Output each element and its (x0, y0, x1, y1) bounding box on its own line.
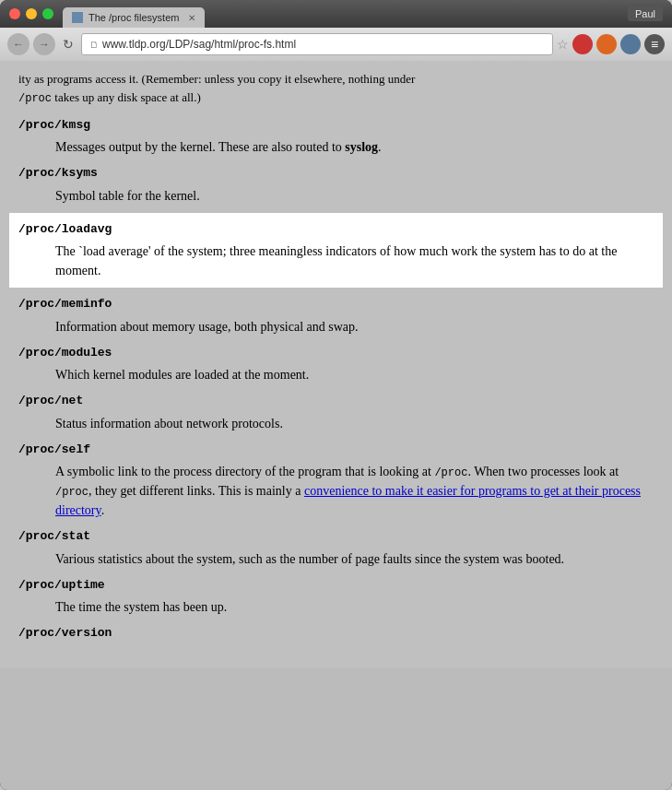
proc-desc-ksyms: Symbol table for the kernel. (55, 186, 654, 206)
title-bar: The /proc filesystem ✕ Paul (0, 0, 672, 28)
proc-desc-meminfo: Information about memory usage, both phy… (55, 317, 654, 336)
close-button[interactable] (9, 8, 20, 19)
tab-bar: The /proc filesystem ✕ (63, 0, 206, 28)
star-icon: ☆ (557, 37, 569, 52)
top-proc-code: /proc (18, 92, 52, 105)
proc-desc-self: A symbolic link to the process directory… (55, 462, 654, 520)
proc-entry-loadavg: /proc/loadavg The `load average' of the … (9, 213, 663, 289)
nav-icons: ≡ (572, 34, 665, 54)
proc-entry-self: /proc/self A symbolic link to the proces… (18, 441, 654, 521)
stop-button[interactable] (572, 34, 593, 54)
top-text-2: takes up any disk space at all.) (54, 90, 200, 104)
active-tab[interactable]: The /proc filesystem ✕ (63, 7, 205, 28)
extension-icon-1[interactable] (596, 34, 617, 54)
reload-button[interactable]: ↻ (59, 35, 77, 53)
tab-favicon (72, 12, 83, 23)
proc-entry-kmsg: /proc/kmsg Messages output by the kernel… (18, 116, 654, 158)
extension-icon-2[interactable] (620, 34, 641, 54)
maximize-button[interactable] (42, 8, 53, 19)
window-controls (9, 8, 53, 19)
proc-entry-meminfo: /proc/meminfo Information about memory u… (18, 295, 654, 336)
syslog-bold: syslog (345, 140, 378, 154)
forward-button[interactable]: → (33, 33, 55, 55)
menu-button[interactable]: ≡ (644, 34, 665, 54)
proc-name-meminfo: /proc/meminfo (18, 295, 654, 313)
back-icon: ← (13, 38, 24, 51)
top-text-1: ity as programs access it. (Remember: un… (18, 72, 415, 86)
url-page-icon: 🗋 (89, 40, 99, 50)
proc-name-uptime: /proc/uptime (18, 576, 654, 595)
proc-name-version: /proc/version (18, 624, 654, 643)
proc-name-self: /proc/self (18, 441, 654, 459)
forward-icon: → (39, 38, 50, 51)
proc-desc-loadavg: The `load average' of the system; three … (55, 242, 654, 280)
tab-close-button[interactable]: ✕ (188, 13, 195, 23)
proc-entry-net: /proc/net Status information about netwo… (18, 392, 654, 433)
convenience-link[interactable]: convenience to make it easier for progra… (55, 484, 641, 517)
bookmark-button[interactable]: ☆ (557, 37, 569, 52)
minimize-button[interactable] (26, 8, 37, 19)
proc-desc-uptime: The time the system has been up. (55, 597, 654, 617)
menu-icon: ≡ (651, 37, 658, 52)
reload-icon: ↻ (63, 37, 74, 52)
proc-name-loadavg: /proc/loadavg (18, 220, 654, 239)
proc-entry-version: /proc/version (18, 624, 654, 643)
proc-name-stat: /proc/stat (18, 527, 654, 546)
proc-name-ksyms: /proc/ksyms (18, 164, 654, 183)
user-badge: Paul (628, 6, 663, 21)
proc-self-code-2: /proc (55, 486, 88, 499)
proc-name-kmsg: /proc/kmsg (18, 116, 654, 135)
proc-desc-stat: Various statistics about the system, suc… (55, 549, 654, 569)
tab-title: The /proc filesystem (88, 12, 179, 23)
proc-entry-stat: /proc/stat Various statistics about the … (18, 527, 654, 569)
nav-bar: ← → ↻ 🗋 www.tldp.org/LDP/sag/html/proc-f… (0, 28, 672, 61)
url-text: www.tldp.org/LDP/sag/html/proc-fs.html (102, 38, 296, 51)
top-partial-text: ity as programs access it. (Remember: un… (18, 70, 654, 107)
proc-desc-kmsg: Messages output by the kernel. These are… (55, 137, 654, 157)
back-button[interactable]: ← (7, 33, 29, 55)
proc-entry-ksyms: /proc/ksyms Symbol table for the kernel. (18, 164, 654, 206)
proc-desc-net: Status information about network protoco… (55, 414, 654, 433)
proc-entry-uptime: /proc/uptime The time the system has bee… (18, 576, 654, 618)
proc-desc-modules: Which kernel modules are loaded at the m… (55, 365, 654, 384)
proc-name-net: /proc/net (18, 392, 654, 410)
content-area: ity as programs access it. (Remember: un… (0, 61, 672, 668)
proc-self-code-1: /proc (434, 466, 467, 479)
proc-entry-modules: /proc/modules Which kernel modules are l… (18, 344, 654, 385)
browser-window: The /proc filesystem ✕ Paul ← → ↻ 🗋 www.… (0, 0, 672, 790)
url-bar[interactable]: 🗋 www.tldp.org/LDP/sag/html/proc-fs.html (81, 33, 553, 55)
proc-name-modules: /proc/modules (18, 344, 654, 362)
page-content[interactable]: ity as programs access it. (Remember: un… (0, 61, 672, 790)
